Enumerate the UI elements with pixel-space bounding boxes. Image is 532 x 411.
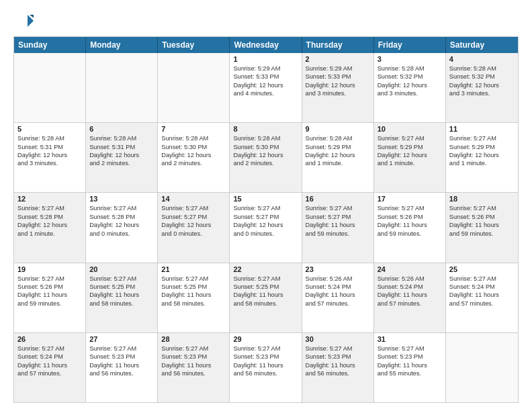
cell-line: Sunrise: 5:27 AM [17, 345, 82, 353]
cell-line: Sunset: 5:24 PM [17, 353, 82, 361]
cell-line: Sunset: 5:25 PM [89, 283, 154, 291]
cell-line: Sunset: 5:33 PM [233, 73, 298, 81]
cell-line: and 1 minute. [17, 230, 82, 238]
cell-line: Sunrise: 5:27 AM [17, 204, 82, 212]
day-number: 14 [161, 195, 226, 203]
cell-line: Daylight: 12 hours [233, 81, 298, 89]
calendar-cell: 30Sunrise: 5:27 AMSunset: 5:23 PMDayligh… [302, 333, 374, 402]
calendar-body: 1Sunrise: 5:29 AMSunset: 5:33 PMDaylight… [14, 53, 518, 402]
day-number: 16 [306, 195, 370, 203]
day-number: 15 [233, 195, 298, 203]
cell-line: Daylight: 12 hours [378, 81, 442, 89]
cell-line: Sunrise: 5:28 AM [378, 64, 442, 73]
calendar-cell: 31Sunrise: 5:27 AMSunset: 5:23 PMDayligh… [374, 333, 446, 402]
cell-line: Sunrise: 5:28 AM [449, 64, 515, 73]
day-number: 12 [17, 195, 82, 203]
calendar-cell: 17Sunrise: 5:27 AMSunset: 5:26 PMDayligh… [374, 193, 446, 262]
day-number: 13 [89, 195, 154, 203]
cell-line: and 2 minutes. [161, 159, 226, 167]
cell-line: and 59 minutes. [449, 230, 515, 238]
cell-line: Sunset: 5:31 PM [17, 143, 82, 151]
svg-marker-1 [30, 15, 34, 18]
calendar-cell: 25Sunrise: 5:27 AMSunset: 5:24 PMDayligh… [446, 263, 518, 332]
cell-line: and 57 minutes. [378, 300, 442, 308]
cell-line: Sunrise: 5:27 AM [89, 204, 154, 212]
calendar-cell [86, 53, 158, 122]
calendar-row-5: 26Sunrise: 5:27 AMSunset: 5:24 PMDayligh… [14, 332, 518, 402]
header-cell-sunday: Sunday [14, 37, 86, 53]
day-number: 23 [306, 265, 370, 273]
cell-line: and 3 minutes. [449, 89, 515, 97]
cell-line: and 1 minute. [449, 159, 515, 167]
calendar-cell: 2Sunrise: 5:29 AMSunset: 5:33 PMDaylight… [302, 53, 374, 122]
calendar-cell [14, 53, 86, 122]
calendar-cell: 4Sunrise: 5:28 AMSunset: 5:32 PMDaylight… [446, 53, 518, 122]
day-number: 31 [378, 335, 442, 343]
calendar-cell: 9Sunrise: 5:28 AMSunset: 5:29 PMDaylight… [302, 123, 374, 192]
cell-line: and 59 minutes. [17, 300, 82, 308]
calendar-cell: 5Sunrise: 5:28 AMSunset: 5:31 PMDaylight… [14, 123, 86, 192]
calendar-cell: 26Sunrise: 5:27 AMSunset: 5:24 PMDayligh… [14, 333, 86, 402]
calendar-cell: 29Sunrise: 5:27 AMSunset: 5:23 PMDayligh… [230, 333, 302, 402]
header-cell-monday: Monday [86, 37, 158, 53]
cell-line: Daylight: 11 hours [378, 361, 442, 369]
cell-line: and 0 minutes. [89, 230, 154, 238]
day-number: 29 [233, 335, 298, 343]
day-number: 21 [161, 265, 226, 273]
cell-line: and 4 minutes. [233, 89, 298, 97]
cell-line: and 57 minutes. [306, 300, 370, 308]
cell-line: Sunrise: 5:27 AM [233, 275, 298, 283]
cell-line: and 3 minutes. [17, 159, 82, 167]
cell-line: and 3 minutes. [378, 89, 442, 97]
calendar-cell [158, 53, 230, 122]
day-number: 19 [17, 265, 82, 273]
calendar-cell: 28Sunrise: 5:27 AMSunset: 5:23 PMDayligh… [158, 333, 230, 402]
logo-icon [13, 11, 34, 31]
day-number: 9 [306, 125, 370, 133]
calendar-cell [446, 333, 518, 402]
cell-line: Sunset: 5:29 PM [449, 143, 515, 151]
cell-line: Daylight: 11 hours [306, 221, 370, 229]
cell-line: Sunset: 5:26 PM [378, 213, 442, 221]
cell-line: Sunset: 5:27 PM [233, 213, 298, 221]
cell-line: Sunrise: 5:27 AM [89, 345, 154, 353]
cell-line: and 56 minutes. [306, 369, 370, 377]
cell-line: Daylight: 12 hours [89, 221, 154, 229]
header-cell-saturday: Saturday [446, 37, 518, 53]
cell-line: and 2 minutes. [89, 159, 154, 167]
cell-line: and 59 minutes. [306, 230, 370, 238]
cell-line: Sunset: 5:24 PM [378, 283, 442, 291]
cell-line: Daylight: 11 hours [378, 221, 442, 229]
cell-line: Sunset: 5:30 PM [161, 143, 226, 151]
cell-line: Sunrise: 5:28 AM [17, 134, 82, 142]
cell-line: and 1 minute. [378, 159, 442, 167]
day-number: 28 [161, 335, 226, 343]
day-number: 5 [17, 125, 82, 133]
cell-line: Sunset: 5:28 PM [17, 213, 82, 221]
cell-line: Daylight: 12 hours [378, 151, 442, 159]
calendar-cell: 12Sunrise: 5:27 AMSunset: 5:28 PMDayligh… [14, 193, 86, 262]
cell-line: Daylight: 11 hours [378, 291, 442, 299]
day-number: 27 [89, 335, 154, 343]
calendar-cell: 22Sunrise: 5:27 AMSunset: 5:25 PMDayligh… [230, 263, 302, 332]
cell-line: Daylight: 12 hours [449, 151, 515, 159]
cell-line: Daylight: 12 hours [306, 81, 370, 89]
cell-line: Daylight: 11 hours [306, 291, 370, 299]
calendar-cell: 1Sunrise: 5:29 AMSunset: 5:33 PMDaylight… [230, 53, 302, 122]
cell-line: and 55 minutes. [378, 369, 442, 377]
day-number: 3 [378, 55, 442, 63]
cell-line: Sunset: 5:31 PM [89, 143, 154, 151]
calendar-cell: 21Sunrise: 5:27 AMSunset: 5:25 PMDayligh… [158, 263, 230, 332]
calendar-row-4: 19Sunrise: 5:27 AMSunset: 5:26 PMDayligh… [14, 263, 518, 332]
cell-line: Sunrise: 5:26 AM [306, 275, 370, 283]
day-number: 25 [449, 265, 515, 273]
cell-line: Sunset: 5:23 PM [161, 353, 226, 361]
calendar-cell: 6Sunrise: 5:28 AMSunset: 5:31 PMDaylight… [86, 123, 158, 192]
calendar-header: SundayMondayTuesdayWednesdayThursdayFrid… [14, 37, 518, 53]
day-number: 18 [449, 195, 515, 203]
calendar-cell: 7Sunrise: 5:28 AMSunset: 5:30 PMDaylight… [158, 123, 230, 192]
day-number: 30 [306, 335, 370, 343]
cell-line: Sunrise: 5:27 AM [161, 345, 226, 353]
cell-line: Sunset: 5:23 PM [378, 353, 442, 361]
cell-line: Daylight: 11 hours [17, 361, 82, 369]
